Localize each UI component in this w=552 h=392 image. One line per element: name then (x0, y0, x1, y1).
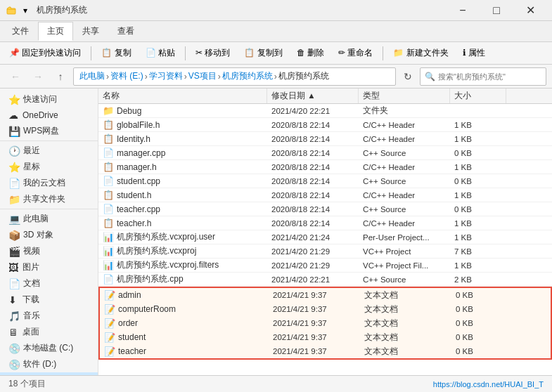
sidebar-label-videos: 视频 (23, 245, 40, 257)
thispc-icon: 💻 (8, 214, 20, 225)
file-row[interactable]: 📄 student.cpp 2020/8/18 22:14 C++ Source… (98, 174, 552, 188)
crumb-vs[interactable]: VS项目 (188, 70, 217, 82)
sidebar-label-downloads: 下载 (23, 294, 39, 306)
file-row[interactable]: 📄 teacher.cpp 2020/8/18 22:14 C++ Source… (98, 202, 552, 216)
delete-button[interactable]: 🗑 删除 (290, 44, 330, 62)
crumb-study[interactable]: 学习资料 (149, 70, 183, 82)
file-row[interactable]: 📝 admin 2021/4/21 9:37 文本文档 0 KB (100, 288, 551, 302)
sidebar-item-onedrive[interactable]: ☁ OneDrive (0, 107, 98, 123)
search-icon: 🔍 (425, 72, 435, 81)
crumb-computer[interactable]: 此电脑 (79, 70, 105, 82)
up-button[interactable]: ↑ (51, 67, 70, 86)
file-row[interactable]: 📋 manager.h 2020/8/18 22:14 C/C++ Header… (98, 160, 552, 174)
main-content: ⭐ 快速访问 ☁ OneDrive 💾 WPS网盘 🕐 最近 ⭐ 星标 📄 我的… (0, 89, 552, 375)
address-path[interactable]: 此电脑 › 资料 (E:) › 学习资料 › VS项目 › 机房预约系统 › 机… (73, 67, 396, 86)
onedrive-icon: ☁ (8, 110, 20, 121)
maximize-button[interactable]: □ (480, 0, 513, 21)
sidebar-item-c[interactable]: 💿 本地磁盘 (C:) (0, 340, 98, 356)
menu-file[interactable]: 文件 (3, 22, 38, 41)
col-header-name[interactable]: 名称 (98, 89, 267, 103)
toolbar-sep-2 (185, 46, 186, 60)
properties-button[interactable]: ℹ 属性 (456, 44, 492, 62)
sidebar-item-clouddoc[interactable]: 📄 我的云文档 (0, 175, 98, 191)
minimize-button[interactable]: − (447, 0, 479, 21)
pin-button[interactable]: 📌 固定到快速访问 (3, 44, 87, 62)
file-row[interactable]: 📊 机房预约系统.vcxproj.filters 2021/4/20 21:29… (98, 259, 552, 273)
col-header-size[interactable]: 大小 (450, 89, 506, 103)
file-row[interactable]: 📝 computerRoom 2021/4/21 9:37 文本文档 0 KB (100, 302, 551, 316)
sidebar-item-starred[interactable]: ⭐ 星标 (0, 159, 98, 175)
search-box[interactable]: 🔍 (420, 67, 546, 86)
videos-icon: 🎬 (8, 246, 20, 257)
sidebar-item-3dobjects[interactable]: 📦 3D 对象 (0, 227, 98, 243)
sidebar-item-documents[interactable]: 📄 文档 (0, 275, 98, 292)
statusbar-watermark: https://blog.csdn.net/HUAI_BI_T (433, 380, 544, 388)
copy-button[interactable]: 📋 复制 (95, 44, 137, 62)
sidebar-item-wpsdisk[interactable]: 💾 WPS网盘 (0, 123, 98, 139)
sidebar-item-recent[interactable]: 🕐 最近 (0, 143, 98, 159)
sidebar-item-quickaccess[interactable]: ⭐ 快速访问 (0, 91, 98, 107)
crumb-e[interactable]: 资料 (E:) (110, 70, 143, 82)
copyto-button[interactable]: 📋 复制到 (238, 44, 288, 62)
menu-view[interactable]: 查看 (108, 22, 143, 41)
window-controls: − □ ✕ (447, 0, 546, 21)
music-icon: 🎵 (8, 311, 20, 322)
menu-home[interactable]: 主页 (38, 22, 73, 41)
sidebar: ⭐ 快速访问 ☁ OneDrive 💾 WPS网盘 🕐 最近 ⭐ 星标 📄 我的… (0, 89, 98, 375)
move-button[interactable]: ✂ 移动到 (189, 44, 236, 62)
window-title: 机房预约系统 (37, 4, 447, 16)
down-icon[interactable]: ▾ (20, 5, 31, 16)
sidebar-label-starred: 星标 (23, 161, 40, 173)
file-row[interactable]: 📋 teacher.h 2020/8/18 22:14 C/C++ Header… (98, 216, 552, 230)
file-row[interactable]: 📊 机房预约系统.vcxproj 2021/4/20 21:29 VC++ Pr… (98, 244, 552, 259)
sidebar-item-sharedfolder[interactable]: 📁 共享文件夹 (0, 191, 98, 207)
clouddoc-icon: 📄 (8, 178, 20, 189)
col-header-date[interactable]: 修改日期 ▲ (267, 89, 359, 103)
file-row[interactable]: 📊 机房预约系统.vcxproj.user 2021/4/20 21:24 Pe… (98, 230, 552, 244)
back-button[interactable]: ← (6, 67, 25, 86)
paste-button[interactable]: 📄 粘贴 (139, 44, 181, 62)
file-row[interactable]: 📝 student 2021/4/21 9:37 文本文档 0 KB (100, 330, 551, 344)
sidebar-item-thispc[interactable]: 💻 此电脑 (0, 211, 98, 227)
file-row[interactable]: 📋 globalFile.h 2020/8/18 22:14 C/C++ Hea… (98, 118, 552, 132)
file-row[interactable]: 📄 manager.cpp 2020/8/18 22:14 C++ Source… (98, 146, 552, 160)
sidebar-item-music[interactable]: 🎵 音乐 (0, 308, 98, 324)
close-button[interactable]: ✕ (514, 0, 546, 21)
statusbar-count: 18 个项目 (8, 378, 46, 390)
rename-button[interactable]: ✏ 重命名 (332, 44, 379, 62)
crumb-current: 机房预约系统 (278, 70, 329, 82)
sidebar-label-documents: 文档 (23, 277, 40, 289)
sidebar-label-sharedfolder: 共享文件夹 (23, 193, 65, 205)
menu-share[interactable]: 共享 (73, 22, 108, 41)
sidebar-item-downloads[interactable]: ⬇ 下载 (0, 292, 98, 308)
file-row[interactable]: 📝 teacher 2021/4/21 9:37 文本文档 0 KB (100, 344, 551, 358)
sidebar-item-e[interactable]: 💿 资料 (E:) (0, 372, 98, 375)
sidebar-item-videos[interactable]: 🎬 视频 (0, 243, 98, 259)
file-row[interactable]: 📄 机房预约系统.cpp 2021/4/20 22:21 C++ Source … (98, 273, 552, 287)
newfolder-button[interactable]: 📁 新建文件夹 (387, 44, 454, 62)
quickaccess-icon: ⭐ (8, 94, 20, 105)
refresh-button[interactable]: ↻ (399, 67, 417, 86)
sidebar-item-d[interactable]: 💿 软件 (D:) (0, 356, 98, 372)
file-rows-container: 📁 Debug 2021/4/20 22:21 文件夹 📋 globalFile… (98, 104, 552, 360)
pictures-icon: 🖼 (8, 262, 20, 273)
recent-icon: 🕐 (8, 145, 20, 157)
search-input[interactable] (438, 72, 541, 81)
sidebar-label-pictures: 图片 (23, 261, 39, 273)
downloads-icon: ⬇ (8, 294, 20, 306)
folder-icon (6, 5, 17, 16)
sidebar-item-desktop[interactable]: 🖥 桌面 (0, 324, 98, 340)
file-list-header: 名称 修改日期 ▲ 类型 大小 (98, 89, 552, 104)
sidebar-label-e: 资料 (E:) (23, 374, 56, 375)
sidebar-label-clouddoc: 我的云文档 (23, 177, 65, 189)
file-row[interactable]: 📁 Debug 2021/4/20 22:21 文件夹 (98, 104, 552, 118)
forward-button[interactable]: → (28, 67, 48, 86)
toolbar: 📌 固定到快速访问 📋 复制 📄 粘贴 ✂ 移动到 📋 复制到 🗑 删除 ✏ 重… (0, 42, 552, 65)
file-row[interactable]: 📝 order 2021/4/21 9:37 文本文档 0 KB (100, 316, 551, 330)
crumb-project[interactable]: 机房预约系统 (222, 70, 273, 82)
col-header-type[interactable]: 类型 (359, 89, 450, 103)
file-row[interactable]: 📋 Identity.h 2020/8/18 22:14 C/C++ Heade… (98, 132, 552, 146)
sidebar-item-pictures[interactable]: 🖼 图片 (0, 259, 98, 275)
e-drive-icon: 💿 (8, 375, 20, 376)
file-row[interactable]: 📋 student.h 2020/8/18 22:14 C/C++ Header… (98, 188, 552, 202)
